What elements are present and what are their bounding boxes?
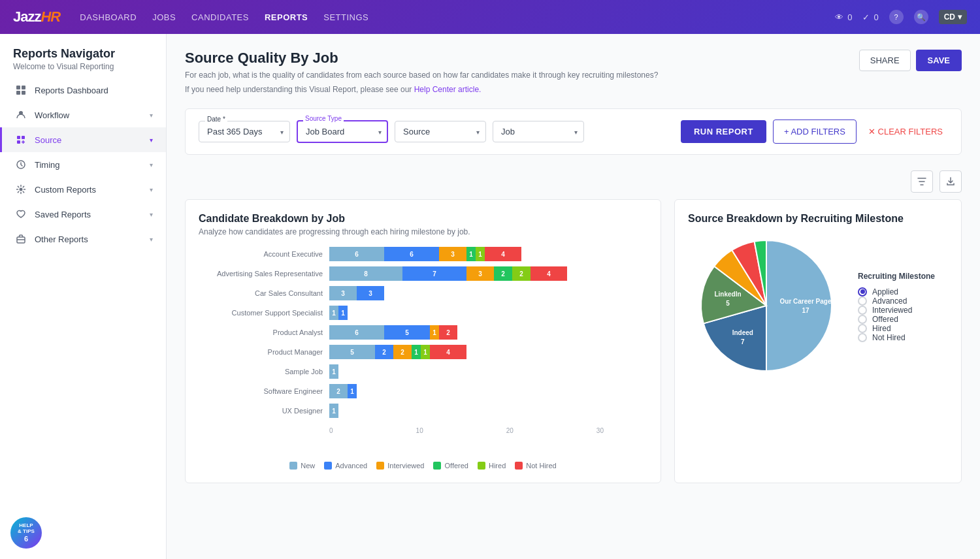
help-tips-badge[interactable]: HELP & TIPS 6: [10, 517, 42, 549]
bar-row: Product Analyst6512: [199, 325, 647, 340]
topnav-right: 👁 0 ✓ 0 ? 🔍 CD ▾: [835, 10, 967, 24]
milestone-radio[interactable]: [858, 306, 867, 315]
sidebar-label-reports-dashboard: Reports Dashboard: [35, 86, 153, 95]
legend-label: New: [301, 462, 315, 470]
bar-segment: 4: [531, 266, 567, 281]
pie-wrap: Our Career Page17Indeed7LinkedIn5: [688, 227, 845, 386]
bar-label: UX Designer: [199, 407, 329, 415]
search-icon-btn[interactable]: 🔍: [914, 10, 928, 24]
milestone-label: Advanced: [872, 296, 907, 306]
bar-segments: 1: [329, 364, 338, 379]
pie-container: Our Career Page17Indeed7LinkedIn5 Recrui…: [688, 227, 948, 386]
milestone-radio[interactable]: [858, 324, 867, 333]
eye-notifications[interactable]: 👁 0: [835, 12, 852, 22]
grid-icon: [15, 84, 27, 96]
job-select[interactable]: Job: [493, 121, 584, 142]
pie-legend-item[interactable]: Interviewed: [858, 306, 935, 315]
user-avatar[interactable]: CD ▾: [939, 10, 967, 24]
sidebar-nav: Reports Dashboard Workflow ▾ Source ▾: [0, 78, 166, 507]
date-select[interactable]: Past 365 Days Past 30 Days Past 90 Days: [199, 121, 290, 142]
bar-segment: 5: [384, 325, 430, 340]
bar-row: Car Sales Consultant33: [199, 286, 647, 300]
pie-legend-item[interactable]: Offered: [858, 315, 935, 324]
legend-dot: [289, 462, 297, 470]
run-report-button[interactable]: RUN REPORT: [681, 120, 766, 143]
save-button[interactable]: SAVE: [916, 50, 962, 71]
bar-segment: 1: [329, 364, 338, 379]
bar-chart-legend: NewAdvancedInterviewedOfferedHiredNot Hi…: [199, 462, 647, 470]
chevron-down-icon: ▾: [150, 211, 153, 218]
bar-segment: 3: [439, 247, 466, 261]
job-filter: Job ▾: [493, 121, 584, 142]
axis-tick: 0: [329, 427, 333, 434]
help-tips-section: HELP & TIPS 6: [0, 507, 166, 559]
svg-point-9: [20, 188, 23, 191]
help-center-link[interactable]: Help Center article.: [414, 85, 482, 94]
bar-segment: 6: [329, 247, 384, 261]
milestone-radio[interactable]: [858, 287, 867, 296]
bar-segments: 21: [329, 384, 357, 398]
help-icon-btn[interactable]: ?: [889, 10, 904, 24]
milestone-radio[interactable]: [858, 296, 867, 306]
sidebar-item-reports-dashboard[interactable]: Reports Dashboard: [0, 78, 166, 103]
pie-legend-item[interactable]: Hired: [858, 324, 935, 333]
nav-settings[interactable]: SETTINGS: [323, 12, 368, 22]
export-icon-btn[interactable]: [939, 170, 962, 193]
sidebar-label-workflow: Workflow: [35, 110, 142, 120]
bar-segments: 33: [329, 286, 384, 300]
milestone-radio[interactable]: [858, 333, 867, 342]
logo-jazz: Jazz: [13, 8, 41, 25]
sidebar-item-other-reports[interactable]: Other Reports ▾: [0, 227, 166, 251]
pie-legend-item[interactable]: Not Hired: [858, 333, 935, 342]
sidebar-label-timing: Timing: [35, 160, 142, 170]
chevron-down-icon: ▾: [150, 236, 153, 243]
chevron-down-icon: ▾: [150, 136, 153, 144]
nav-jobs[interactable]: JOBS: [152, 12, 176, 22]
bar-segment: 1: [329, 306, 338, 320]
bar-segments: 11: [329, 306, 348, 320]
bar-row: Product Manager522114: [199, 345, 647, 359]
clear-filters-button[interactable]: ✕ CLEAR FILTERS: [863, 120, 948, 143]
logo[interactable]: JazzHR: [13, 8, 60, 25]
sidebar-item-source[interactable]: Source ▾: [0, 127, 166, 152]
pie-legend-item[interactable]: Advanced: [858, 296, 935, 306]
milestone-label: Hired: [872, 324, 891, 333]
pie-slice: [766, 240, 832, 371]
charts-row: Candidate Breakdown by Job Analyze how c…: [185, 199, 962, 483]
share-button[interactable]: SHARE: [859, 50, 911, 71]
source-type-select[interactable]: Job Board Referral Direct: [297, 120, 388, 143]
check-notifications[interactable]: ✓ 0: [862, 12, 878, 22]
legend-item: Interviewed: [376, 462, 424, 470]
milestone-radio[interactable]: [858, 315, 867, 324]
sidebar-item-workflow[interactable]: Workflow ▾: [0, 103, 166, 127]
svg-rect-3: [22, 91, 25, 95]
filter-icon-btn[interactable]: [911, 170, 933, 193]
bar-segment: 1: [412, 345, 421, 359]
bar-row: Software Engineer21: [199, 384, 647, 398]
bar-label: Product Analyst: [199, 328, 329, 336]
nav-dashboard[interactable]: DASHBOARD: [80, 12, 137, 22]
legend-item: Hired: [478, 462, 506, 470]
add-filters-button[interactable]: + ADD FILTERS: [773, 120, 857, 144]
axis-tick: 20: [506, 427, 514, 434]
sidebar-label-custom-reports: Custom Reports: [35, 185, 142, 195]
sidebar: Reports Navigator Welcome to Visual Repo…: [0, 34, 167, 559]
sidebar-item-timing[interactable]: Timing ▾: [0, 152, 166, 177]
bar-label: Car Sales Consultant: [199, 289, 329, 297]
source-select[interactable]: Source: [395, 121, 486, 142]
sidebar-item-saved-reports[interactable]: Saved Reports ▾: [0, 202, 166, 227]
legend-item: Offered: [433, 462, 468, 470]
legend-item: New: [289, 462, 315, 470]
bar-segment: 3: [466, 266, 494, 281]
bar-segment: 1: [338, 306, 348, 320]
help-line2: & TIPS: [18, 528, 35, 535]
nav-candidates[interactable]: CANDIDATES: [191, 12, 249, 22]
bar-segment: 2: [393, 345, 412, 359]
pie-legend-item[interactable]: Applied: [858, 287, 935, 296]
avatar-chevron: ▾: [958, 12, 962, 22]
nav-reports[interactable]: REPORTS: [265, 12, 308, 22]
bar-segment: 2: [439, 325, 457, 340]
legend-dot: [478, 462, 485, 470]
bar-segment: 3: [357, 286, 384, 300]
sidebar-item-custom-reports[interactable]: Custom Reports ▾: [0, 177, 166, 202]
